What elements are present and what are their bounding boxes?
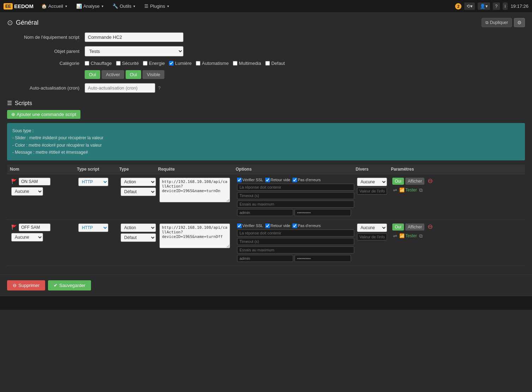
type-script-select-2[interactable]: HTTP Script MQTT (78, 223, 108, 232)
gear-button[interactable]: ⚙ (514, 18, 525, 27)
cat-chauffage-label: Chauffage (91, 61, 112, 66)
nom-input-1[interactable] (19, 178, 50, 185)
type-action-select-1[interactable]: Action Info Message (121, 178, 156, 186)
nom-input[interactable] (85, 32, 183, 42)
cat-chauffage-cb[interactable] (85, 61, 89, 66)
minus-button-2[interactable]: ⊖ (428, 223, 433, 230)
share-icon-btn[interactable]: ⟲▾ (464, 2, 475, 10)
nav-outils[interactable]: 🔧 Outils ▾ (108, 1, 139, 11)
ssl-label-1: Vérifier SSL (242, 178, 263, 182)
objet-select[interactable]: Tests Salon Cuisine (85, 46, 183, 56)
tester-button-1[interactable]: 📶 Tester (399, 188, 417, 192)
ssl-cb-1[interactable] (237, 178, 242, 182)
retour-check-2[interactable]: Retour vide (265, 223, 290, 228)
table-row: 🚩 Aucune HTTP Script MQTT (7, 174, 525, 220)
divers-select-2[interactable]: Aucune (357, 223, 387, 232)
reponse-input-2[interactable] (237, 229, 354, 237)
nom-select-2[interactable]: Aucune (11, 233, 43, 241)
reponse-input-1[interactable] (237, 184, 354, 191)
add-script-button[interactable]: ⊕ Ajouter une commande script (7, 110, 80, 119)
nom-input-2[interactable] (19, 223, 50, 231)
outils-icon: 🔧 (113, 4, 118, 9)
copy-btn-1[interactable]: ⧉ (418, 186, 423, 194)
type-action-select-2[interactable]: Action Info Message (121, 223, 156, 232)
help-icon-btn[interactable]: ? (493, 2, 500, 10)
type-default-select-2[interactable]: Défaut Slider Color (121, 233, 156, 242)
divers-select-1[interactable]: Aucune (357, 178, 387, 186)
cat-lumiere-cb[interactable] (169, 61, 174, 66)
cat-energie[interactable]: Energie (143, 61, 165, 66)
params-oui-button-2[interactable]: Oui (392, 223, 404, 231)
cat-automatisme[interactable]: Automatisme (196, 61, 229, 66)
copy-btn-2[interactable]: ⧉ (418, 232, 423, 240)
password-input-1[interactable] (295, 209, 351, 216)
type-script-select-1[interactable]: HTTP Script MQTT (78, 178, 108, 186)
brand[interactable]: EE EEDOM (4, 3, 34, 10)
cat-automatisme-cb[interactable] (196, 61, 200, 66)
tester-button-2[interactable]: 📶 Tester (399, 233, 417, 238)
minus-button-1[interactable]: ⊖ (428, 178, 433, 184)
oui1-button[interactable]: Oui (85, 70, 100, 79)
divers-input-1[interactable] (357, 188, 387, 195)
params-afficher-button-1[interactable]: Afficher (405, 178, 424, 185)
nom-row1-2: 🚩 (11, 223, 75, 231)
retour-cb-2[interactable] (265, 223, 270, 228)
cat-defaut[interactable]: Defaut (265, 61, 285, 66)
nav-accueil[interactable]: 🏠 Accueil ▾ (37, 1, 71, 11)
notification-badge[interactable]: 2 (455, 3, 461, 10)
params-oui-button-1[interactable]: Oui (392, 178, 404, 185)
cron-input[interactable] (85, 83, 155, 93)
user-input-1[interactable] (237, 209, 293, 216)
navbar: EE EEDOM 🏠 Accueil ▾ 📊 Analyse ▾ 🔧 Outil… (0, 0, 532, 13)
erreurs-check-1[interactable]: Pas d'erreurs (292, 178, 321, 182)
cron-help-icon[interactable]: ? (158, 85, 161, 91)
retour-cb-1[interactable] (265, 178, 270, 182)
type-default-select-1[interactable]: Défaut Slider Color (121, 188, 156, 196)
params-row1-1: Oui Afficher (392, 178, 425, 185)
timeout-input-2[interactable] (237, 238, 354, 245)
visible-button[interactable]: Visible (143, 70, 164, 79)
cat-defaut-cb[interactable] (265, 61, 270, 66)
cat-multimedia[interactable]: Multimedia (233, 61, 261, 66)
password-input-2[interactable] (295, 255, 351, 262)
retour-label-1: Retour vide (271, 178, 290, 182)
essais-input-1[interactable] (237, 201, 354, 208)
cat-energie-cb[interactable] (143, 61, 147, 66)
cat-lumiere[interactable]: Lumière (169, 61, 192, 66)
requete-textarea-1[interactable]: http://192.168.10.108/api/callAction?dev… (159, 178, 230, 202)
nav-analyse[interactable]: 📊 Analyse ▾ (72, 1, 108, 11)
info-icon-btn[interactable]: i (503, 2, 508, 10)
params-afficher-button-2[interactable]: Afficher (405, 223, 424, 231)
nav-plugins[interactable]: ☰ Plugins ▾ (140, 1, 173, 11)
ssl-check-1[interactable]: Vérifier SSL (237, 178, 263, 182)
essais-input-2[interactable] (237, 246, 354, 253)
activer-button[interactable]: Activer (102, 70, 124, 79)
erreurs-cb-2[interactable] (292, 223, 297, 228)
cat-securite[interactable]: Sécurité (116, 61, 139, 66)
main-content: ⊙ Général ⧉ Dupliquer ⚙ Nom de l'équipem… (0, 13, 532, 271)
share-btn-1[interactable]: ⇌ (392, 186, 398, 194)
retour-check-1[interactable]: Retour vide (265, 178, 290, 182)
objet-row: Objet parent Tests Salon Cuisine (7, 46, 525, 56)
timeout-input-1[interactable] (237, 192, 354, 199)
oui2-button[interactable]: Oui (126, 70, 141, 79)
nom-select-1[interactable]: Aucune (11, 187, 43, 196)
dupliquer-button[interactable]: ⧉ Dupliquer (482, 18, 512, 27)
ssl-cb-2[interactable] (237, 223, 242, 228)
options-inner-1: Vérifier SSL Retour vide Pas d'erreurs (237, 178, 354, 216)
cat-chauffage[interactable]: Chauffage (85, 61, 112, 66)
supprimer-button[interactable]: ⊖ Supprimer (7, 280, 45, 290)
back-arrow-icon[interactable]: ⊙ (7, 18, 13, 27)
divers-input-2[interactable] (357, 233, 387, 240)
sauvegarder-button[interactable]: ✔ Sauvegarder (48, 280, 91, 290)
tester-label-1: Tester (405, 188, 417, 192)
share-btn-2[interactable]: ⇌ (392, 232, 398, 239)
ssl-check-2[interactable]: Vérifier SSL (237, 223, 263, 228)
cat-securite-cb[interactable] (116, 61, 121, 66)
cat-multimedia-cb[interactable] (233, 61, 237, 66)
requete-textarea-2[interactable]: http://192.168.10.108/api/callAction?dev… (159, 223, 230, 248)
user-input-2[interactable] (237, 255, 293, 262)
erreurs-cb-1[interactable] (292, 178, 297, 182)
erreurs-check-2[interactable]: Pas d'erreurs (292, 223, 321, 228)
user-icon-btn[interactable]: 👤▾ (478, 2, 490, 10)
